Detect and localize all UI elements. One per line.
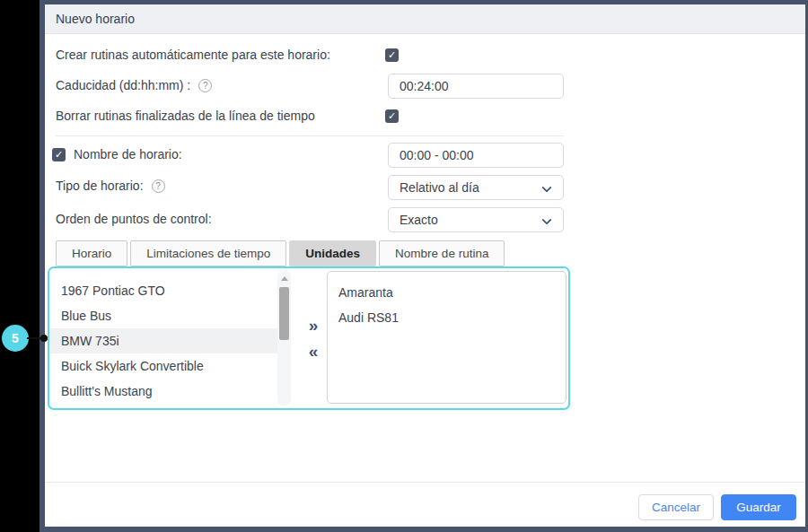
chevron-down-icon: [541, 182, 551, 192]
schedule-name-checkbox[interactable]: [52, 148, 66, 161]
callout-dot: [40, 335, 48, 342]
dialog-title: Nuevo horario: [56, 12, 135, 26]
new-schedule-dialog: Nuevo horario Crear rutinas automáticame…: [40, 0, 808, 532]
list-item-selected[interactable]: BMW 735i: [50, 328, 277, 353]
save-button[interactable]: Guardar: [721, 494, 796, 520]
expiry-label: Caducidad (dd:hh:mm) :: [56, 78, 190, 92]
checkpoint-order-label: Orden de puntos de control:: [56, 212, 212, 226]
tab-limitaciones-de-tiempo[interactable]: Limitaciones de tiempo: [130, 240, 286, 266]
tab-bar: Horario Limitaciones de tiempo Unidades …: [56, 240, 505, 266]
list-item[interactable]: 1967 Pontiac GTO: [50, 278, 277, 303]
tab-unidades[interactable]: Unidades: [289, 240, 376, 266]
list-item[interactable]: Audi RS81: [328, 305, 566, 330]
chevron-down-icon: [541, 214, 551, 224]
schedule-type-value: Relativo al día: [400, 180, 479, 195]
callout-badge: 5: [2, 325, 29, 352]
schedule-type-select[interactable]: Relativo al día: [388, 175, 564, 200]
expiry-input[interactable]: [388, 74, 564, 99]
move-right-button[interactable]: »: [302, 316, 325, 336]
auto-create-checkbox[interactable]: [385, 48, 399, 62]
schedule-name-label: Nombre de horario:: [74, 147, 182, 161]
assigned-units-list: Amaranta Audi RS81: [327, 271, 566, 404]
checkpoint-order-select[interactable]: Exacto: [388, 207, 564, 232]
section-divider: [56, 135, 564, 136]
scrollbar[interactable]: [277, 270, 291, 406]
move-left-button[interactable]: «: [302, 342, 325, 362]
cancel-button[interactable]: Cancelar: [638, 494, 714, 520]
scrollbar-thumb[interactable]: [279, 287, 289, 340]
schedule-name-input[interactable]: [388, 143, 564, 168]
list-item[interactable]: Bullitt's Mustang: [50, 379, 277, 404]
auto-create-label: Crear rutinas automáticamente para este …: [56, 48, 330, 62]
units-dual-list: 1967 Pontiac GTO Blue Bus BMW 735i Buick…: [48, 266, 570, 410]
scroll-up-icon[interactable]: [281, 276, 288, 281]
schedule-name-row: Nombre de horario:: [52, 147, 182, 161]
schedule-type-row: Tipo de horario: ?: [56, 179, 165, 193]
help-icon[interactable]: ?: [152, 179, 165, 193]
tab-horario[interactable]: Horario: [56, 240, 127, 266]
list-item[interactable]: Buick Skylark Convertible: [50, 353, 277, 379]
delete-finished-label: Borrar rutinas finalizadas de la línea d…: [56, 109, 315, 123]
schedule-type-label: Tipo de horario:: [56, 179, 144, 193]
list-item[interactable]: Amaranta: [328, 280, 566, 305]
delete-finished-checkbox[interactable]: [385, 109, 399, 123]
list-item[interactable]: Blue Bus: [50, 303, 277, 328]
help-icon[interactable]: ?: [198, 79, 212, 92]
page-background: { "header": { "title": "Nuevo horario" }…: [0, 0, 808, 532]
tab-nombre-de-rutina[interactable]: Nombre de rutina: [379, 240, 505, 266]
expiry-label-row: Caducidad (dd:hh:mm) : ?: [56, 78, 212, 92]
available-units-list: 1967 Pontiac GTO Blue Bus BMW 735i Buick…: [50, 269, 277, 407]
checkpoint-order-value: Exacto: [400, 213, 438, 227]
footer-divider: [45, 482, 805, 483]
dialog-header: Nuevo horario: [45, 4, 805, 34]
